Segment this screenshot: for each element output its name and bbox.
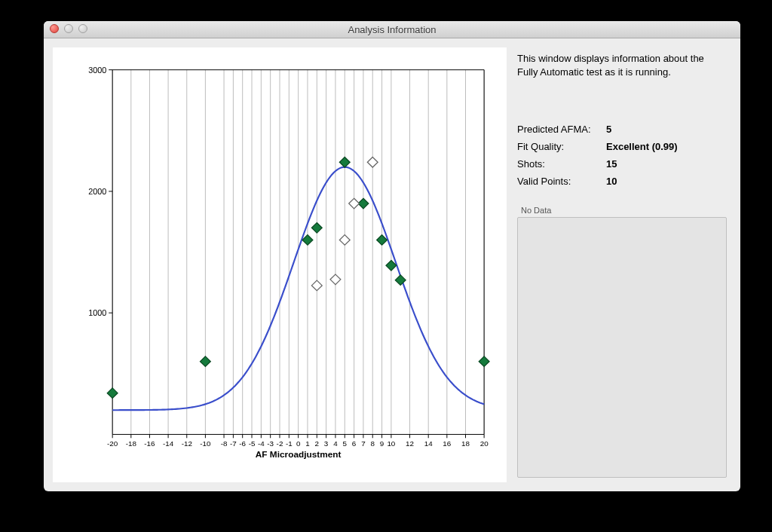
svg-text:20: 20 [480,439,489,448]
predicted-afma-value: 5 [606,124,727,135]
window-controls [50,24,87,33]
shots-label: Shots: [517,158,600,170]
analysis-window: Analysis Information 100020003000-20-18-… [44,21,740,491]
svg-text:8: 8 [371,439,375,448]
svg-text:-1: -1 [286,439,293,448]
svg-text:3: 3 [324,439,328,448]
afma-chart: 100020003000-20-18-16-14-12-10-8-7-6-5-4… [68,63,492,467]
fit-quality-value: Excellent (0.99) [606,141,727,152]
svg-text:4: 4 [333,439,338,448]
svg-text:1000: 1000 [88,308,106,317]
svg-text:10: 10 [387,439,396,448]
svg-text:-3: -3 [267,439,274,448]
svg-text:-14: -14 [163,439,174,448]
svg-marker-111 [311,280,322,291]
svg-text:-12: -12 [182,439,192,448]
svg-text:AF Microadjustment: AF Microadjustment [256,450,342,460]
svg-text:2000: 2000 [88,187,106,196]
svg-marker-103 [302,235,313,246]
svg-text:6: 6 [352,439,356,448]
svg-text:-6: -6 [239,439,246,448]
svg-text:3000: 3000 [88,66,106,75]
content-area: 100020003000-20-18-16-14-12-10-8-7-6-5-4… [44,38,740,491]
shots-value: 15 [606,158,727,170]
svg-text:2: 2 [315,439,319,448]
side-pane: This window displays information about t… [507,38,740,491]
close-icon[interactable] [50,24,59,33]
svg-text:-2: -2 [277,439,283,448]
svg-marker-101 [107,388,118,399]
svg-text:-8: -8 [221,439,228,448]
svg-marker-104 [311,223,322,234]
svg-marker-113 [339,235,350,246]
svg-marker-114 [349,198,360,209]
svg-text:-20: -20 [107,439,118,448]
stats-grid: Predicted AFMA: 5 Fit Quality: Excellent… [517,124,727,187]
svg-marker-102 [201,356,211,367]
svg-text:0: 0 [296,439,301,448]
svg-marker-107 [377,235,388,246]
svg-marker-112 [330,274,341,285]
zoom-icon[interactable] [78,24,87,33]
chart-pane-wrap: 100020003000-20-18-16-14-12-10-8-7-6-5-4… [44,38,507,491]
svg-marker-105 [339,157,350,167]
svg-text:-18: -18 [126,439,136,448]
svg-text:-10: -10 [200,439,211,448]
svg-marker-115 [367,157,378,167]
titlebar: Analysis Information [44,21,740,38]
svg-text:9: 9 [380,439,384,448]
window-title: Analysis Information [348,24,436,35]
fit-quality-label: Fit Quality: [517,141,600,152]
minimize-icon[interactable] [64,24,73,33]
svg-text:-16: -16 [144,439,155,448]
svg-text:-4: -4 [258,439,265,448]
description-text: This window displays information about t… [517,52,727,78]
svg-text:12: 12 [406,439,414,448]
svg-text:18: 18 [461,439,470,448]
svg-marker-109 [395,275,406,286]
svg-text:16: 16 [443,439,451,448]
svg-text:-7: -7 [230,439,237,448]
nodata-box: No Data [517,217,727,478]
svg-text:1: 1 [305,439,309,448]
predicted-afma-label: Predicted AFMA: [517,124,600,135]
chart-pane: 100020003000-20-18-16-14-12-10-8-7-6-5-4… [53,47,507,482]
nodata-label: No Data [521,206,551,215]
svg-text:14: 14 [424,439,433,448]
svg-text:7: 7 [361,439,365,448]
valid-points-value: 10 [606,176,727,187]
svg-text:5: 5 [343,439,348,448]
svg-marker-110 [479,356,489,367]
svg-text:-5: -5 [249,439,256,448]
valid-points-label: Valid Points: [517,176,600,187]
